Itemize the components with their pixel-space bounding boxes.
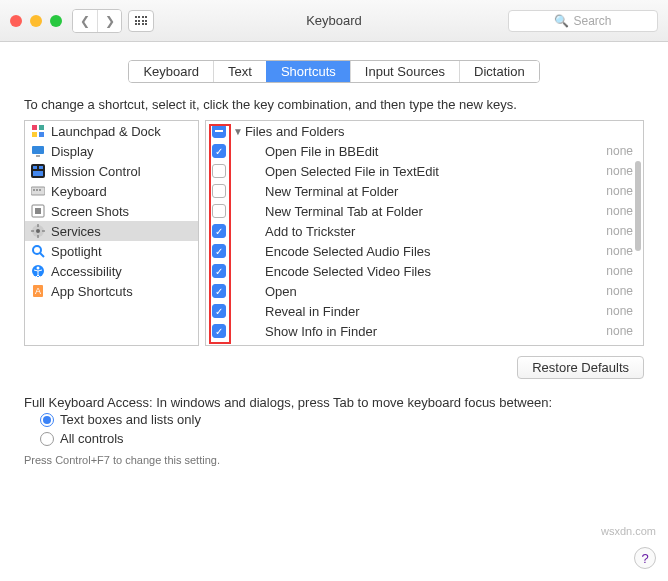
radio-button[interactable]	[40, 432, 54, 446]
service-label: Open	[231, 284, 606, 299]
svg-rect-1	[39, 125, 44, 130]
category-label: App Shortcuts	[51, 284, 133, 299]
scrollbar-thumb[interactable]	[635, 161, 641, 251]
radio-label: All controls	[60, 431, 124, 446]
services-list[interactable]: ▼Files and FoldersOpen File in BBEditnon…	[205, 120, 644, 346]
service-add-to-trickster[interactable]: Add to Tricksternone	[206, 221, 643, 241]
service-checkbox[interactable]	[212, 304, 226, 318]
svg-rect-11	[33, 189, 35, 191]
nav-buttons: ❮ ❯	[72, 9, 122, 33]
category-label: Keyboard	[51, 184, 107, 199]
service-checkbox[interactable]	[212, 284, 226, 298]
radio-button[interactable]	[40, 413, 54, 427]
category-screen-shots[interactable]: Screen Shots	[25, 201, 198, 221]
service-checkbox[interactable]	[212, 324, 226, 338]
tab-shortcuts[interactable]: Shortcuts	[266, 61, 350, 82]
svg-rect-9	[33, 171, 43, 176]
tab-bar: KeyboardTextShortcutsInput SourcesDictat…	[0, 42, 668, 93]
search-placeholder: Search	[573, 14, 611, 28]
restore-defaults-button[interactable]: Restore Defaults	[517, 356, 644, 379]
service-open-selected-file-in-textedit[interactable]: Open Selected File in TextEditnone	[206, 161, 643, 181]
mission-control-icon	[31, 164, 45, 178]
instruction-text: To change a shortcut, select it, click t…	[24, 97, 644, 112]
display-icon	[31, 144, 45, 158]
service-checkbox[interactable]	[212, 204, 226, 218]
category-display[interactable]: Display	[25, 141, 198, 161]
svg-point-17	[36, 229, 40, 233]
search-icon: 🔍	[554, 14, 569, 28]
tab-text[interactable]: Text	[213, 61, 266, 82]
service-open-file-in-bbedit[interactable]: Open File in BBEditnone	[206, 141, 643, 161]
service-checkbox[interactable]	[212, 264, 226, 278]
category-label: Spotlight	[51, 244, 102, 259]
service-shortcut[interactable]: none	[606, 264, 643, 278]
category-label: Mission Control	[51, 164, 141, 179]
service-shortcut[interactable]: none	[606, 304, 643, 318]
service-checkbox[interactable]	[212, 244, 226, 258]
category-spotlight[interactable]: Spotlight	[25, 241, 198, 261]
service-encode-selected-audio-files[interactable]: Encode Selected Audio Filesnone	[206, 241, 643, 261]
service-shortcut[interactable]: none	[606, 284, 643, 298]
service-show-info-in-finder[interactable]: Show Info in Findernone	[206, 321, 643, 341]
watermark-text: wsxdn.com	[601, 525, 656, 537]
svg-point-18	[33, 246, 41, 254]
category-app-shortcuts[interactable]: AApp Shortcuts	[25, 281, 198, 301]
show-all-prefs-button[interactable]	[128, 10, 154, 32]
svg-rect-12	[36, 189, 38, 191]
fka-option-1[interactable]: All controls	[24, 429, 644, 448]
svg-rect-13	[39, 189, 41, 191]
svg-rect-2	[32, 132, 37, 137]
category-mission-control[interactable]: Mission Control	[25, 161, 198, 181]
service-reveal-in-finder[interactable]: Reveal in Findernone	[206, 301, 643, 321]
service-checkbox[interactable]	[212, 144, 226, 158]
service-shortcut[interactable]: none	[606, 324, 643, 338]
service-encode-selected-video-files[interactable]: Encode Selected Video Filesnone	[206, 261, 643, 281]
category-label: Services	[51, 224, 101, 239]
tab-keyboard[interactable]: Keyboard	[129, 61, 213, 82]
service-shortcut[interactable]: none	[606, 144, 643, 158]
category-label: Accessibility	[51, 264, 122, 279]
service-new-terminal-tab-at-folder[interactable]: New Terminal Tab at Foldernone	[206, 201, 643, 221]
keyboard-icon	[31, 184, 45, 198]
service-group-files-and-folders[interactable]: ▼Files and Folders	[206, 121, 643, 141]
help-button[interactable]: ?	[634, 547, 656, 569]
forward-button[interactable]: ❯	[97, 10, 121, 32]
disclosure-triangle-icon[interactable]: ▼	[233, 126, 243, 137]
category-launchpad-dock[interactable]: Launchpad & Dock	[25, 121, 198, 141]
minimize-window-button[interactable]	[30, 15, 42, 27]
categories-list[interactable]: Launchpad & DockDisplayMission ControlKe…	[24, 120, 199, 346]
service-checkbox[interactable]	[212, 164, 226, 178]
category-accessibility[interactable]: Accessibility	[25, 261, 198, 281]
tab-input-sources[interactable]: Input Sources	[350, 61, 459, 82]
back-button[interactable]: ❮	[73, 10, 97, 32]
svg-rect-0	[32, 125, 37, 130]
launchpad-icon	[31, 124, 45, 138]
svg-rect-7	[33, 166, 37, 169]
service-new-terminal-at-folder[interactable]: New Terminal at Foldernone	[206, 181, 643, 201]
group-checkbox[interactable]	[212, 124, 226, 138]
search-field[interactable]: 🔍 Search	[508, 10, 658, 32]
svg-text:A: A	[35, 286, 41, 296]
service-checkbox[interactable]	[212, 224, 226, 238]
screenshot-icon	[31, 204, 45, 218]
grid-icon	[135, 16, 148, 25]
svg-rect-8	[39, 166, 43, 169]
service-label: Add to Trickster	[231, 224, 606, 239]
service-label: Encode Selected Audio Files	[231, 244, 606, 259]
category-keyboard[interactable]: Keyboard	[25, 181, 198, 201]
svg-rect-3	[39, 132, 44, 137]
svg-line-19	[40, 253, 44, 257]
service-label: Open File in BBEdit	[231, 144, 606, 159]
fka-option-0[interactable]: Text boxes and lists only	[24, 410, 644, 429]
service-label: Show Info in Finder	[231, 324, 606, 339]
zoom-window-button[interactable]	[50, 15, 62, 27]
tab-dictation[interactable]: Dictation	[459, 61, 539, 82]
window-title: Keyboard	[306, 13, 362, 28]
close-window-button[interactable]	[10, 15, 22, 27]
category-services[interactable]: Services	[25, 221, 198, 241]
services-icon	[31, 224, 45, 238]
service-checkbox[interactable]	[212, 184, 226, 198]
service-open[interactable]: Opennone	[206, 281, 643, 301]
spotlight-icon	[31, 244, 45, 258]
radio-label: Text boxes and lists only	[60, 412, 201, 427]
